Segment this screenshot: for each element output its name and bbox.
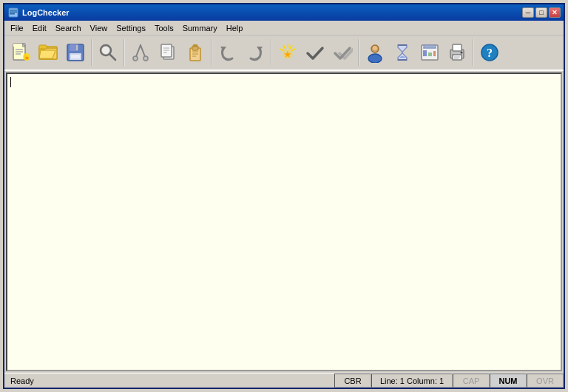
- report-button[interactable]: [416, 39, 443, 66]
- check-button[interactable]: [302, 39, 328, 66]
- svg-rect-60: [453, 44, 462, 51]
- separator-5: [358, 39, 359, 66]
- status-cbr: CBR: [334, 374, 371, 388]
- menu-bar: File Edit Search View Settings Tools Sum…: [4, 21, 564, 36]
- svg-point-23: [102, 47, 109, 54]
- window-controls: ─ □ ✕: [522, 7, 561, 18]
- text-cursor: [10, 77, 11, 87]
- status-bar: Ready CBR Line: 1 Column: 1 CAP NUM OVR: [4, 373, 564, 388]
- menu-settings[interactable]: Settings: [112, 22, 150, 34]
- status-num: NUM: [490, 374, 527, 388]
- separator-1: [91, 39, 92, 66]
- separator-6: [473, 39, 474, 66]
- svg-text:?: ?: [487, 47, 493, 59]
- svg-line-22: [109, 54, 115, 60]
- menu-search[interactable]: Search: [51, 22, 86, 34]
- main-window: LogChecker ─ □ ✕ File Edit Search View S…: [3, 3, 565, 389]
- separator-2: [124, 39, 125, 66]
- maximize-button[interactable]: □: [535, 7, 547, 18]
- app-icon: [7, 7, 19, 18]
- svg-rect-55: [424, 45, 436, 48]
- svg-text:★: ★: [283, 49, 292, 60]
- title-bar: LogChecker ─ □ ✕: [4, 4, 564, 21]
- new-button[interactable]: ★: [7, 39, 34, 66]
- copy-button[interactable]: [155, 39, 181, 66]
- open-button[interactable]: [35, 39, 61, 66]
- svg-rect-3: [10, 13, 15, 15]
- svg-text:★: ★: [24, 55, 30, 61]
- help-button[interactable]: ?: [476, 39, 503, 66]
- menu-tools[interactable]: Tools: [150, 22, 178, 34]
- menu-help[interactable]: Help: [222, 22, 248, 34]
- svg-point-26: [133, 56, 138, 61]
- svg-rect-20: [71, 55, 80, 58]
- svg-rect-2: [10, 12, 17, 13]
- status-line-col: Line: 1 Column: 1: [371, 374, 453, 388]
- timer-button[interactable]: [389, 39, 416, 66]
- status-ready-text: Ready: [4, 376, 334, 385]
- separator-4: [271, 39, 272, 66]
- status-panels: CBR Line: 1 Column: 1 CAP NUM OVR: [334, 374, 564, 388]
- redo-button[interactable]: [242, 39, 268, 66]
- svg-marker-40: [257, 47, 263, 51]
- svg-rect-6: [13, 44, 22, 47]
- menu-file[interactable]: File: [6, 22, 28, 34]
- cut-button[interactable]: [127, 39, 154, 66]
- menu-summary[interactable]: Summary: [178, 22, 222, 34]
- svg-point-27: [143, 56, 148, 61]
- toolbar: ★: [4, 36, 564, 71]
- user-button[interactable]: [362, 39, 388, 66]
- status-ovr: OVR: [527, 374, 564, 388]
- svg-point-49: [368, 54, 382, 63]
- undo-button[interactable]: [214, 39, 241, 66]
- autocheck-button[interactable]: ★: [274, 39, 301, 66]
- paste-button[interactable]: [182, 39, 209, 66]
- separator-3: [211, 39, 212, 66]
- minimize-button[interactable]: ─: [522, 7, 534, 18]
- window-title: LogChecker: [22, 8, 522, 17]
- save-button[interactable]: [62, 39, 89, 66]
- verify-button[interactable]: [329, 39, 356, 66]
- svg-rect-56: [423, 50, 427, 56]
- status-cap: CAP: [453, 374, 490, 388]
- menu-view[interactable]: View: [86, 22, 112, 34]
- svg-rect-57: [428, 53, 432, 56]
- svg-rect-35: [193, 44, 197, 47]
- svg-rect-1: [10, 10, 17, 11]
- svg-rect-18: [76, 45, 78, 50]
- svg-rect-58: [433, 51, 436, 56]
- svg-point-64: [461, 52, 463, 54]
- svg-rect-15: [39, 45, 47, 49]
- find-button[interactable]: [95, 39, 121, 66]
- menu-edit[interactable]: Edit: [28, 22, 51, 34]
- editor-area[interactable]: [6, 72, 562, 371]
- close-button[interactable]: ✕: [549, 7, 561, 18]
- svg-marker-39: [220, 47, 226, 51]
- print-button[interactable]: [444, 39, 470, 66]
- svg-point-50: [373, 46, 377, 50]
